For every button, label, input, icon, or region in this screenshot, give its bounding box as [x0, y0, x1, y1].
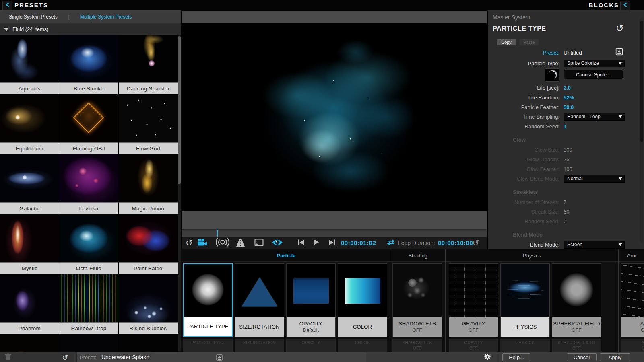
preset-card[interactable]: Blue Smoke: [59, 35, 118, 94]
block-card-particle-type[interactable]: PARTICLE TYPE: [183, 263, 233, 337]
blocks-strip: Particle Shading Physics Aux PARTICLE TY…: [181, 249, 644, 352]
cancel-button[interactable]: Cancel: [567, 353, 597, 361]
time-sampling-dropdown[interactable]: Random - Loop: [564, 113, 625, 121]
save-preset-button[interactable]: [615, 47, 623, 58]
block-card-gravity[interactable]: GRAVITYOFF: [449, 263, 498, 337]
copy-button[interactable]: Copy: [497, 39, 516, 45]
apply-button[interactable]: Apply: [600, 353, 630, 361]
preset-card[interactable]: Rainbow Drop: [59, 274, 118, 334]
inspector-scrollbar[interactable]: [640, 18, 643, 243]
next-frame-button[interactable]: [328, 237, 336, 249]
block-card-spherical-field[interactable]: SPHERICAL FIELDOFF: [552, 263, 601, 337]
preview-screen-button[interactable]: [254, 237, 264, 249]
sprite-thumbnail[interactable]: [545, 68, 559, 82]
top-bar: PRESETS BLOCKS: [0, 0, 644, 10]
help-button[interactable]: Help...: [502, 353, 530, 361]
param-label: Random Seed:: [488, 218, 559, 224]
preset-card[interactable]: Dancing Sparkler: [119, 35, 178, 94]
delete-preset-button[interactable]: [5, 352, 11, 362]
block-card-physics[interactable]: PHYSICS: [500, 263, 550, 337]
tab-aux[interactable]: Aux: [619, 249, 644, 261]
preset-card-partial[interactable]: [0, 334, 59, 352]
preview-viewport[interactable]: [182, 23, 487, 211]
tab-particle[interactable]: Particle: [183, 249, 389, 261]
preset-thumbnail: [119, 154, 178, 202]
settings-button[interactable]: [484, 352, 491, 362]
presets-back-button[interactable]: [2, 1, 12, 10]
block-card-aux[interactable]: AUXOFF: [621, 263, 644, 337]
visibility-button[interactable]: [272, 237, 283, 249]
preset-name: Phantom: [0, 322, 59, 334]
preset-card[interactable]: Octa Fluid: [59, 214, 118, 274]
param-row: Particle Feather: 50.0: [488, 102, 644, 112]
preset-card[interactable]: Mystic: [0, 214, 59, 274]
preset-card[interactable]: Magic Potion: [119, 154, 178, 214]
play-button[interactable]: [313, 237, 320, 249]
param-value[interactable]: 2.0: [564, 85, 571, 91]
playhead[interactable]: [217, 230, 218, 237]
tab-multiple-system-presets[interactable]: Multiple System Presets: [71, 14, 140, 20]
preset-card[interactable]: Aqueous: [0, 35, 59, 94]
param-value[interactable]: 50.0: [564, 104, 574, 110]
current-timecode[interactable]: 00:00:01:02: [341, 237, 376, 249]
timeline-scrubber[interactable]: [182, 229, 487, 237]
preset-name: Magic Potion: [119, 202, 178, 214]
block-card-opacity[interactable]: OPACITYDefault: [286, 263, 336, 337]
tab-shading[interactable]: Shading: [391, 249, 445, 261]
preset-scrollbar[interactable]: [178, 35, 181, 351]
preset-name: Leviosa: [59, 202, 118, 214]
reset-block-button[interactable]: ↺: [616, 23, 624, 33]
preset-card-partial[interactable]: [59, 334, 118, 352]
camera-button[interactable]: [197, 237, 208, 249]
camera-icon: [197, 238, 208, 248]
blend-mode-dropdown[interactable]: Screen: [564, 241, 625, 249]
preset-scrollbar-thumb[interactable]: [178, 36, 181, 184]
block-card-size-rotation[interactable]: SIZE/ROTATION: [235, 263, 284, 337]
preset-card[interactable]: Rising Bubbles: [119, 274, 178, 334]
preset-card[interactable]: Leviosa: [59, 154, 118, 214]
emitter-button[interactable]: [216, 237, 229, 249]
param-value[interactable]: 1: [564, 123, 566, 130]
save-preset-button[interactable]: [216, 352, 223, 362]
block-card-shadowlets[interactable]: SHADOWLETSOFF: [392, 263, 442, 337]
blocks-collapse-button[interactable]: [620, 1, 630, 10]
param-label: Life [sec]:: [488, 85, 559, 91]
preset-card[interactable]: Flaming OBJ: [59, 95, 118, 154]
preset-card[interactable]: Galactic: [0, 154, 59, 214]
loop-duration-value[interactable]: 00:00:10:00: [438, 237, 473, 249]
reset-loop-button[interactable]: ↺: [472, 237, 479, 249]
prev-frame-button[interactable]: [297, 237, 305, 249]
tab-single-system-presets[interactable]: Single System Presets: [0, 14, 66, 20]
streaklets-section-header: Streaklets: [488, 187, 644, 197]
inspector-scrollbar-thumb[interactable]: [640, 21, 643, 142]
preset-card[interactable]: Phantom: [0, 274, 59, 334]
particle-type-label: Particle Type:: [488, 60, 559, 66]
preset-name: Rising Bubbles: [119, 322, 178, 334]
motion-path-button[interactable]: [235, 237, 246, 249]
preset-card[interactable]: Paint Battle: [119, 214, 178, 274]
tab-physics[interactable]: Physics: [446, 249, 617, 261]
particle-type-dropdown[interactable]: Sprite Colorize: [564, 60, 625, 67]
preset-value[interactable]: Untitled: [564, 50, 582, 56]
param-label: Life Random:: [488, 95, 559, 101]
preset-card[interactable]: Flow Grid: [119, 95, 178, 154]
reset-view-button[interactable]: ↺: [186, 237, 193, 249]
param-label: Time Sampling:: [488, 114, 559, 120]
param-value[interactable]: 52%: [564, 95, 574, 101]
block-sublabel: OFF: [641, 327, 644, 333]
block-reflection-label: AUXOFF: [621, 339, 644, 352]
preset-group-header[interactable]: Fluid (24 items): [0, 23, 181, 35]
eye-icon: [272, 239, 283, 248]
glow-section-header: Glow: [488, 134, 644, 145]
preset-card[interactable]: Equilibrium: [0, 95, 59, 154]
block-thumbnail: [393, 264, 442, 318]
reset-preset-button[interactable]: ↺: [62, 352, 68, 362]
preset-card-partial[interactable]: [119, 334, 178, 352]
glow-blend-mode-dropdown[interactable]: Normal: [564, 175, 625, 183]
preset-name: Galactic: [0, 202, 59, 214]
choose-sprite-button[interactable]: Choose Sprite...: [564, 70, 623, 79]
loop-toggle-button[interactable]: [386, 237, 396, 249]
block-card-color[interactable]: COLOR: [338, 263, 387, 337]
param-label: Glow Feather:: [488, 166, 559, 172]
footer-preset-label: Preset:: [80, 352, 96, 362]
